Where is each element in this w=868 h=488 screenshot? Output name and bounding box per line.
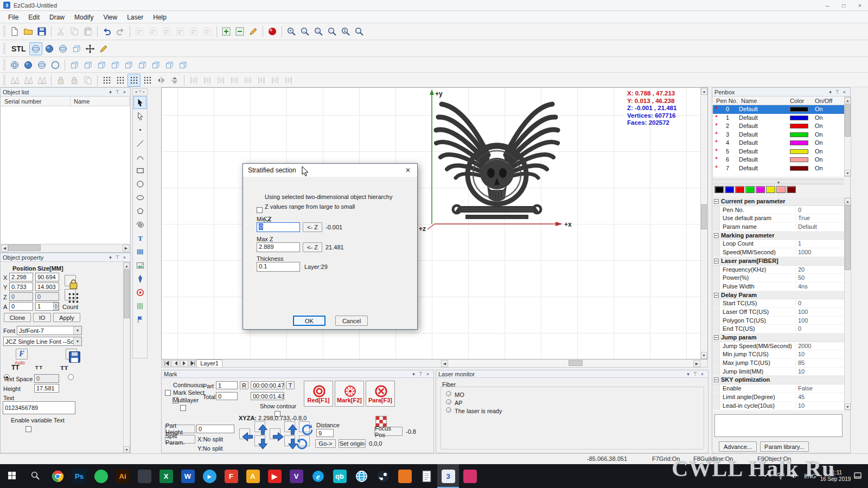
start-button[interactable] [0,464,25,488]
focus-pos-button[interactable]: Focus Pos [374,427,403,436]
param-row[interactable]: Polygon TC(US)100 [713,317,844,325]
stl-shaded-button[interactable] [43,42,56,55]
object-toggle-status[interactable]: F9Object:On [757,455,791,462]
hatch-tool[interactable] [133,299,146,312]
col-color[interactable]: Color [790,98,804,104]
grid-toggle-status[interactable]: F7Grid:On [652,455,680,462]
panel-dropdown-icon[interactable]: ▾ [107,89,114,95]
circle-tool[interactable] [133,177,146,190]
jog-down-button[interactable] [254,435,265,446]
enable-variable-text-checkbox[interactable] [25,426,31,432]
jog-up2-button[interactable] [284,421,295,432]
menu-modify[interactable]: Modify [69,12,98,23]
zoom-window-button[interactable]: □ [312,25,325,38]
panel-dropdown-icon[interactable]: ▾ [410,371,417,377]
palette-swatch[interactable] [745,186,755,193]
count-stepper[interactable]: ▲▼ [53,303,59,310]
min-z-field[interactable]: 0 [257,222,300,232]
param-row[interactable]: Jump Speed(MM/Second)2000 [713,342,844,351]
taskbar-clock[interactable]: 21:11 16 Sep 2019 [819,470,852,483]
param-row[interactable]: Start TC(US)0 [713,299,844,308]
taskbar-illustrator[interactable]: Ai [112,464,133,488]
splitter-handle[interactable]: ▲ [713,179,844,184]
taskbar-photoshop[interactable]: Ps [68,464,90,488]
text-tool[interactable]: T [133,232,146,245]
font-select[interactable]: JsfFont-7▾ [17,326,82,335]
set-origin-button[interactable]: Set origin [339,439,366,448]
zoom-all-button[interactable] [353,25,366,38]
param-row[interactable]: Power(%)50 [713,274,844,282]
panel-dropdown-icon[interactable]: ▾ [135,90,137,94]
scroll-left-icon[interactable]: ◀ [441,360,448,367]
y-position-field[interactable]: 0.733 [9,282,33,291]
rotate-left-button[interactable] [299,421,310,432]
angle-field[interactable]: 0 [9,302,33,311]
undo-button[interactable] [100,25,113,38]
part-height-button[interactable]: Part Height [165,425,195,433]
spiral-tool[interactable] [133,218,146,231]
canvas-vscrollbar[interactable]: ▲ ▼ [700,88,707,359]
pen-row[interactable]: *0DefaultOn [713,105,844,114]
pen-tool[interactable] [133,272,146,285]
max-z-pick-button[interactable]: <- Z [303,242,322,252]
tray-expand-icon[interactable] [763,471,774,481]
line-tool[interactable] [133,137,146,150]
param-value[interactable]: True [795,215,843,221]
taskbar-green-messenger[interactable] [90,464,112,488]
cube-tool-button[interactable] [149,59,162,72]
new-button[interactable] [8,25,21,38]
panel-close-icon[interactable]: × [699,371,706,377]
cancel-button[interactable]: Cancel [335,316,368,326]
zoom-out-button[interactable]: - [298,25,311,38]
col-onoff[interactable]: On/Off [815,98,832,104]
dialog-close-icon[interactable]: ✕ [399,164,417,177]
red-f1-button[interactable]: Red[F1] [304,381,333,407]
language-indicator[interactable]: ENG [804,473,816,479]
param-row[interactable]: Param nameDefault [713,223,844,232]
param-value[interactable]: 100 [795,317,843,324]
scroll-up-icon[interactable]: ▲ [701,88,707,95]
param-row[interactable]: Lead-in cycle(10us)10 [713,402,844,410]
panel-close-icon[interactable]: × [841,89,848,95]
palette-swatch[interactable] [766,186,775,193]
wire-circle-button[interactable] [49,59,62,72]
param-value[interactable]: 1 [795,240,843,247]
param-row[interactable]: Limit angle(Degree)45 [713,393,844,402]
scroll-down-icon[interactable]: ▼ [124,446,130,453]
dialog-titlebar[interactable]: Stratified section [243,164,417,177]
scroll-left-icon[interactable]: ◀ [1,245,8,252]
slice-tool-button[interactable] [127,74,141,87]
taskbar-ezcad3[interactable]: 3 [437,464,459,488]
palette-swatch[interactable] [725,186,734,193]
stl-wireframe-button[interactable] [56,42,69,55]
scroll-down-icon[interactable]: ▼ [845,403,851,410]
point-tool[interactable] [133,123,146,136]
param-row[interactable]: Pulse Width4ns [713,282,844,291]
param-value[interactable]: 0 [795,300,843,306]
cube-tool-button[interactable] [136,59,149,72]
panel-pin-icon[interactable]: ⊤ [138,90,142,94]
jog-up-button[interactable] [254,421,265,432]
zoom-object-button[interactable]: ◌ [326,25,339,38]
cube-tool-button[interactable] [122,59,135,72]
param-row[interactable]: Pen No.0 [713,206,844,215]
solid-sphere-button[interactable] [22,59,35,72]
cube-tool-button[interactable] [163,59,176,72]
param-value[interactable]: 4ns [795,283,843,290]
taskbar-word[interactable]: W [177,464,199,488]
rectangle-tool[interactable] [133,164,146,177]
palette-swatch[interactable] [787,186,796,193]
distance-field[interactable]: 9 [316,429,334,437]
save-font-button[interactable] [66,349,77,359]
taskbar-purple-app[interactable]: V [285,464,307,488]
panel-dropdown-icon[interactable]: ▾ [107,255,114,260]
panel-close-icon[interactable]: × [121,255,128,260]
taskbar-pink-app[interactable] [459,464,481,488]
stl-view-button[interactable] [29,42,42,55]
panel-close-icon[interactable]: × [424,371,431,377]
object-property-vscrollbar[interactable]: ▲ ▼ [123,262,130,453]
open-button[interactable] [22,25,35,38]
array-tool-button[interactable] [114,74,127,87]
node-edit-tool[interactable] [133,110,146,123]
param-category[interactable]: Marking parameter [713,232,844,240]
